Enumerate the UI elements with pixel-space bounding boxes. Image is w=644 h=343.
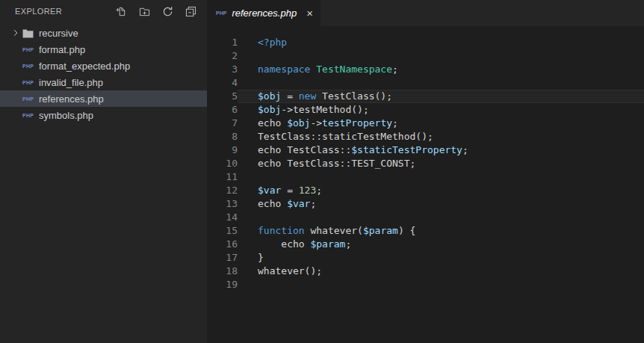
code-line-content: <?php <box>238 36 644 49</box>
code-line: 17} <box>207 251 644 265</box>
code-line: 3namespace TestNamespace; <box>207 63 644 76</box>
line-number: 15 <box>207 224 238 238</box>
collapse-all-icon <box>185 6 196 17</box>
code-line: 8TestClass::staticTestMethod(); <box>207 130 644 143</box>
code-line-content <box>238 49 644 63</box>
code-line-content: echo TestClass::TEST_CONST; <box>238 157 644 170</box>
code-line-content: function whatever($param) { <box>238 224 644 238</box>
code-line: 19 <box>207 278 644 291</box>
explorer-title: EXPLORER <box>15 7 62 16</box>
line-number: 6 <box>207 103 238 117</box>
collapse-all-button[interactable] <box>185 5 196 17</box>
file-list: recursivePHPformat.phpPHPformat_expected… <box>0 22 207 123</box>
php-file-icon: PHP <box>216 10 226 16</box>
code-line-content <box>238 76 644 90</box>
line-number: 8 <box>207 130 238 143</box>
code-line: 12$var = 123; <box>207 184 644 197</box>
editor-area: PHP references.php × 1<?php23namespace T… <box>207 0 644 343</box>
line-number: 5 <box>207 90 238 103</box>
php-file-icon: PHP <box>22 96 39 102</box>
php-file-icon: PHP <box>22 64 39 69</box>
line-number: 11 <box>207 170 238 184</box>
code-line-content: $obj = new TestClass(); <box>238 90 644 103</box>
code-line: 18whatever(); <box>207 265 644 278</box>
tree-item-symbols-php[interactable]: PHPsymbols.php <box>0 107 207 123</box>
file-label: format.php <box>39 44 85 55</box>
code-line: 10echo TestClass::TEST_CONST; <box>207 157 644 170</box>
code-line: 11 <box>207 170 644 184</box>
line-number: 18 <box>207 265 238 278</box>
code-line: 14 <box>207 211 644 224</box>
code-line-content: echo TestClass::$staticTestProperty; <box>238 143 644 157</box>
chevron-right-icon <box>12 28 22 38</box>
file-label: invalid_file.php <box>39 77 103 88</box>
tab-bar: PHP references.php × <box>207 0 644 26</box>
line-number: 19 <box>207 278 238 291</box>
explorer-actions <box>115 5 196 17</box>
code-line: 15function whatever($param) { <box>207 224 644 238</box>
tree-item-format-php[interactable]: PHPformat.php <box>0 41 207 58</box>
code-line-content <box>238 211 644 224</box>
refresh-button[interactable] <box>161 5 173 17</box>
tree-item-references-php[interactable]: PHPreferences.php <box>0 90 207 107</box>
line-number: 17 <box>207 251 238 265</box>
code-line: 6$obj->testMethod(); <box>207 103 644 117</box>
tree-item-format-expected-php[interactable]: PHPformat_expected.php <box>0 58 207 74</box>
code-line-content: echo $param; <box>238 238 644 251</box>
code-line-content: echo $var; <box>238 197 644 211</box>
code-line-content <box>238 170 644 184</box>
line-number: 1 <box>207 36 238 49</box>
new-file-icon <box>116 6 127 17</box>
explorer-sidebar: EXPLORER <box>0 0 207 343</box>
code-line-content: echo $obj->testProperty; <box>238 117 644 130</box>
line-number: 10 <box>207 157 238 170</box>
code-line-content: $obj->testMethod(); <box>238 103 644 117</box>
line-number: 12 <box>207 184 238 197</box>
code-line-content: TestClass::staticTestMethod(); <box>238 130 644 143</box>
code-line: 1<?php <box>207 36 644 49</box>
folder-icon <box>22 28 34 38</box>
code-line: 9echo TestClass::$staticTestProperty; <box>207 143 644 157</box>
php-file-icon: PHP <box>22 47 39 52</box>
code-editor[interactable]: 1<?php23namespace TestNamespace;45$obj =… <box>207 26 644 343</box>
code-line: 4 <box>207 76 644 90</box>
line-number: 3 <box>207 63 238 76</box>
code-line: 2 <box>207 49 644 63</box>
php-file-icon: PHP <box>22 80 39 85</box>
code-line: 5$obj = new TestClass(); <box>207 90 644 103</box>
sidebar-header: EXPLORER <box>0 0 207 22</box>
tab-label: references.php <box>232 7 297 19</box>
code-line: 13echo $var; <box>207 197 644 211</box>
code-line-content: namespace TestNamespace; <box>238 63 644 76</box>
tree-item-recursive[interactable]: recursive <box>0 25 207 41</box>
file-label: references.php <box>39 93 104 105</box>
code-line: 16 echo $param; <box>207 238 644 251</box>
line-number: 4 <box>207 76 238 90</box>
line-number: 16 <box>207 238 238 251</box>
line-number: 7 <box>207 117 238 130</box>
tab-references-php[interactable]: PHP references.php × <box>207 0 321 26</box>
code-line: 7echo $obj->testProperty; <box>207 117 644 130</box>
file-label: recursive <box>39 28 78 39</box>
code-line-content <box>238 278 644 291</box>
code-line-content: } <box>238 251 644 265</box>
refresh-icon <box>162 6 173 17</box>
line-number: 13 <box>207 197 238 211</box>
php-file-icon: PHP <box>22 113 39 118</box>
new-folder-icon <box>139 6 150 17</box>
line-number: 14 <box>207 211 238 224</box>
file-label: symbols.php <box>39 110 93 121</box>
code-line-content: whatever(); <box>238 265 644 278</box>
vscode-window: EXPLORER <box>0 0 644 343</box>
close-tab-icon[interactable]: × <box>306 7 313 19</box>
file-label: format_expected.php <box>39 61 130 72</box>
new-folder-button[interactable] <box>138 5 150 17</box>
line-number: 2 <box>207 49 238 63</box>
code-line-content: $var = 123; <box>238 184 644 197</box>
tree-item-invalid-file-php[interactable]: PHPinvalid_file.php <box>0 74 207 90</box>
line-number: 9 <box>207 143 238 157</box>
new-file-button[interactable] <box>115 5 127 17</box>
